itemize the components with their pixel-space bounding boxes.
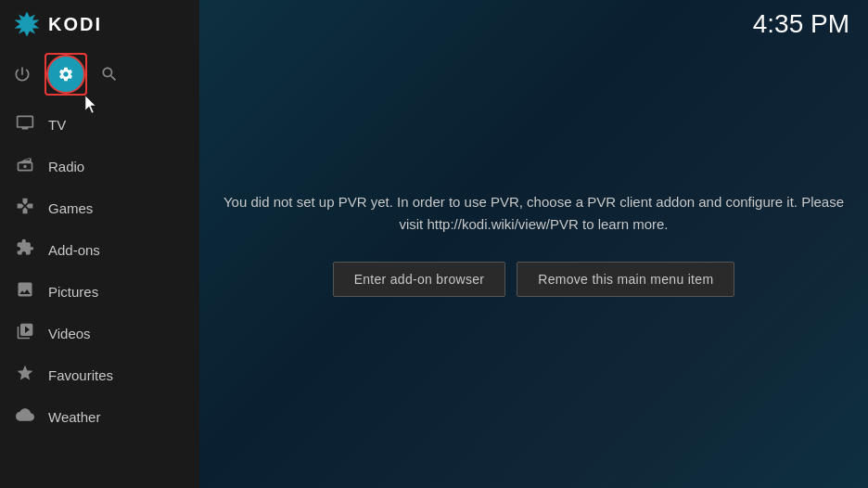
settings-button[interactable] bbox=[46, 55, 85, 94]
button-row: Enter add-on browser Remove this main me… bbox=[219, 262, 849, 297]
sidebar-item-pictures[interactable]: Pictures bbox=[0, 271, 199, 313]
favourites-icon bbox=[15, 364, 35, 387]
sidebar-icon-row bbox=[0, 48, 199, 100]
sidebar: KODI TV bbox=[0, 0, 199, 488]
sidebar-item-games[interactable]: Games bbox=[0, 187, 199, 229]
sidebar-header: KODI bbox=[0, 0, 199, 48]
svg-marker-0 bbox=[15, 12, 40, 37]
sidebar-item-pictures-label: Pictures bbox=[48, 284, 98, 300]
tv-icon bbox=[15, 113, 35, 136]
sidebar-item-videos[interactable]: Videos bbox=[0, 313, 199, 354]
sidebar-item-addons[interactable]: Add-ons bbox=[0, 229, 199, 271]
pvr-message: You did not set up PVR yet. In order to … bbox=[219, 191, 849, 236]
sidebar-nav: TV Radio Games Add-ons bbox=[0, 100, 199, 488]
sidebar-item-weather-label: Weather bbox=[48, 409, 100, 425]
games-icon bbox=[15, 197, 35, 220]
settings-icon bbox=[57, 66, 74, 83]
remove-menu-item-button[interactable]: Remove this main menu item bbox=[517, 262, 734, 297]
sidebar-item-radio[interactable]: Radio bbox=[0, 146, 199, 187]
sidebar-item-radio-label: Radio bbox=[48, 159, 84, 174]
kodi-logo-icon bbox=[13, 10, 41, 38]
pvr-content-area: You did not set up PVR yet. In order to … bbox=[219, 191, 849, 297]
weather-icon bbox=[15, 405, 35, 429]
sidebar-item-tv[interactable]: TV bbox=[0, 104, 199, 146]
sidebar-item-tv-label: TV bbox=[48, 117, 66, 133]
enter-addon-browser-button[interactable]: Enter add-on browser bbox=[333, 262, 506, 297]
pictures-icon bbox=[15, 280, 35, 303]
sidebar-item-videos-label: Videos bbox=[48, 326, 91, 341]
addons-icon bbox=[15, 238, 35, 262]
app-title: KODI bbox=[48, 14, 102, 35]
search-icon[interactable] bbox=[100, 65, 119, 83]
sidebar-item-favourites-label: Favourites bbox=[48, 367, 113, 383]
sidebar-item-addons-label: Add-ons bbox=[48, 242, 100, 258]
main-content: 4:35 PM You did not set up PVR yet. In o… bbox=[199, 0, 868, 488]
radio-icon bbox=[15, 155, 35, 178]
sidebar-item-favourites[interactable]: Favourites bbox=[0, 354, 199, 396]
videos-icon bbox=[15, 322, 35, 345]
sidebar-item-weather[interactable]: Weather bbox=[0, 396, 199, 438]
power-icon[interactable] bbox=[13, 65, 32, 83]
time-display: 4:35 PM bbox=[734, 0, 868, 48]
sidebar-item-games-label: Games bbox=[48, 200, 93, 216]
